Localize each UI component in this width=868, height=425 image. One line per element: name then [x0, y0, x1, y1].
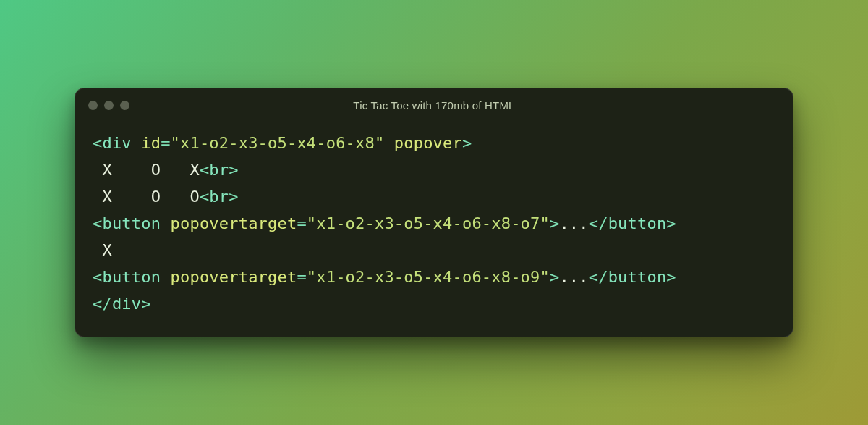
attr: popovertarget	[171, 214, 297, 232]
code-line: </div>	[93, 295, 151, 313]
text: X O O	[93, 188, 200, 206]
punct: </	[93, 295, 112, 313]
tag: br	[209, 188, 229, 206]
text: ...	[559, 268, 588, 286]
string: "x1-o2-x3-o5-x4-o6-x8-o7"	[307, 214, 550, 232]
eq: =	[161, 134, 170, 152]
punct: <	[93, 214, 102, 232]
punct: <	[93, 268, 102, 286]
space	[132, 134, 141, 152]
text: X	[93, 241, 112, 259]
punct: </	[589, 214, 608, 232]
zoom-icon[interactable]	[120, 101, 129, 110]
code-block: <div id="x1-o2-x3-o5-x4-o6-x8" popover> …	[75, 122, 793, 337]
punct: >	[550, 268, 559, 286]
tag: button	[608, 268, 667, 286]
code-line: X	[93, 241, 112, 259]
close-icon[interactable]	[88, 101, 98, 110]
tag: div	[102, 134, 131, 152]
eq: =	[297, 268, 306, 286]
attr: popover	[394, 134, 462, 152]
tag: button	[608, 214, 667, 232]
space	[384, 134, 393, 152]
tag: button	[102, 214, 161, 232]
punct: >	[229, 188, 238, 206]
text: X O X	[93, 161, 200, 179]
punct: </	[589, 268, 608, 286]
code-line: <button popovertarget="x1-o2-x3-o5-x4-o6…	[93, 268, 676, 286]
tag: button	[102, 268, 161, 286]
minimize-icon[interactable]	[104, 101, 114, 110]
attr: id	[141, 134, 161, 152]
attr: popovertarget	[171, 268, 297, 286]
code-window: Tic Tac Toe with 170mb of HTML <div id="…	[75, 88, 793, 337]
punct: >	[229, 161, 238, 179]
punct: >	[550, 214, 559, 232]
tag: div	[112, 295, 141, 313]
punct: >	[141, 295, 150, 313]
window-title: Tic Tac Toe with 170mb of HTML	[75, 99, 793, 111]
code-line: <button popovertarget="x1-o2-x3-o5-x4-o6…	[93, 214, 676, 232]
traffic-lights	[88, 101, 129, 110]
punct: >	[666, 214, 676, 232]
code-line: X O X<br>	[93, 161, 239, 179]
eq: =	[297, 214, 306, 232]
string: "x1-o2-x3-o5-x4-o6-x8-o9"	[307, 268, 550, 286]
code-line: <div id="x1-o2-x3-o5-x4-o6-x8" popover>	[93, 134, 472, 152]
punct: <	[200, 188, 209, 206]
code-line: X O O<br>	[93, 188, 239, 206]
space	[161, 214, 170, 232]
titlebar: Tic Tac Toe with 170mb of HTML	[75, 88, 793, 122]
punct: <	[93, 134, 102, 152]
punct: >	[462, 134, 472, 152]
tag: br	[209, 161, 229, 179]
text: ...	[559, 214, 588, 232]
punct: <	[200, 161, 209, 179]
space	[161, 268, 170, 286]
punct: >	[666, 268, 676, 286]
string: "x1-o2-x3-o5-x4-o6-x8"	[171, 134, 385, 152]
